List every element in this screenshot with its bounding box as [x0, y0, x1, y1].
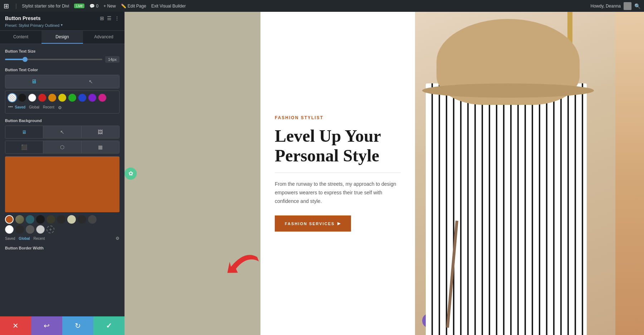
swatch-labels-row: Saved Global Recent ⚙: [5, 236, 119, 241]
comments-item[interactable]: 💬 0: [89, 4, 99, 9]
bottom-bar: ✕ ↩ ↻ ✓: [0, 316, 125, 335]
cancel-icon: ✕: [13, 321, 19, 330]
save-button[interactable]: ✓: [93, 316, 125, 335]
wp-logo-item[interactable]: ⊞: [4, 2, 10, 10]
bg-swatch-gear-icon[interactable]: ⚙: [116, 236, 119, 241]
more-icon[interactable]: ⋮: [114, 15, 119, 21]
swatch-black[interactable]: [18, 94, 26, 102]
swatch-row2: [5, 215, 119, 224]
text-color-swatches-section: ••• Saved Global Recent ⚙: [5, 91, 119, 113]
far-right-bg: [615, 12, 644, 335]
text-size-slider-track[interactable]: [5, 59, 102, 60]
swatch-sm-olive[interactable]: [15, 215, 24, 224]
bg-gradient-btn[interactable]: ⬡: [43, 141, 81, 153]
swatch-yellow[interactable]: [58, 94, 66, 102]
swatch-blue[interactable]: [78, 94, 86, 102]
divi-float-button[interactable]: ✿: [125, 168, 137, 180]
grid-icon[interactable]: ⊞: [100, 15, 104, 21]
tab-advanced[interactable]: Advanced: [83, 31, 125, 44]
text-color-preview-right[interactable]: ↖: [62, 75, 119, 88]
bg-fill-icon: ⬛: [21, 144, 27, 150]
exit-builder-label: Exit Visual Builder: [151, 4, 186, 9]
text-size-label: Button Text Size: [5, 49, 119, 53]
bg-image-icon: 🖼: [98, 129, 103, 135]
bg-image-btn[interactable]: 🖼: [82, 126, 119, 138]
swatch-orange[interactable]: [48, 94, 56, 102]
swatch-pink-red[interactable]: [98, 94, 106, 102]
panel-title: Button Presets: [5, 15, 41, 21]
tab-content[interactable]: Content: [0, 31, 42, 44]
panel-header: Button Presets ⊞ ☰ ⋮ Preset: Stylist Pri…: [0, 12, 125, 31]
bg-swatch-tab-global[interactable]: Global: [19, 237, 30, 241]
bg-label: Button Background: [5, 118, 119, 123]
swatch-sm-white[interactable]: [5, 225, 14, 234]
right-panel: ✿ FASHION STYLIST Level Up Your Personal…: [125, 12, 644, 335]
fashion-photo: [415, 12, 615, 335]
swatch-sm-gray[interactable]: [88, 215, 97, 224]
hero-subtitle: FASHION STYLIST: [275, 115, 401, 120]
swatch-add-btn[interactable]: +: [47, 225, 54, 233]
edit-page-item[interactable]: ✏️ Edit Page: [121, 4, 146, 9]
bg-pattern-btn[interactable]: ▦: [82, 141, 119, 153]
swatch-green[interactable]: [68, 94, 76, 102]
avatar: [624, 2, 631, 10]
search-icon[interactable]: 🔍: [634, 3, 640, 9]
swatch-sm-medium[interactable]: [26, 225, 34, 234]
swatch-tab-saved[interactable]: Saved: [15, 105, 25, 110]
text-color-preview-left[interactable]: 🖥: [5, 75, 62, 88]
bg-gradient-icon: ⬡: [60, 144, 64, 150]
swatch-sm-dark2[interactable]: [78, 215, 86, 224]
website-content: FASHION STYLIST Level Up Your Personal S…: [125, 12, 644, 335]
hero-cta-button[interactable]: FASHION SERVICES ▶: [275, 215, 351, 232]
more-swatches-icon[interactable]: •••: [8, 105, 13, 110]
swatch-white[interactable]: [28, 94, 36, 102]
exit-builder-item[interactable]: Exit Visual Builder: [151, 4, 186, 9]
swatch-sm-dark-olive[interactable]: [47, 215, 55, 224]
preset-arrow-icon: ▾: [61, 23, 63, 27]
swatch-sm-brown[interactable]: [5, 215, 14, 224]
hero-body: From the runway to the streets, my appro…: [275, 180, 401, 205]
columns-icon[interactable]: ☰: [107, 15, 112, 21]
swatch-sm-tan[interactable]: [67, 215, 76, 224]
swatch-tab-global[interactable]: Global: [29, 105, 39, 110]
new-item[interactable]: + New: [103, 4, 116, 9]
bg-type-row: 🖥 ↖ 🖼: [5, 126, 119, 139]
panel-tabs: Content Design Advanced: [0, 31, 125, 44]
slider-value[interactable]: 14px: [105, 56, 119, 63]
slider-thumb[interactable]: [23, 57, 28, 62]
slider-fill: [5, 59, 24, 60]
hero-button-label: FASHION SERVICES: [285, 222, 335, 226]
text-color-preview-row: 🖥 ↖: [5, 75, 119, 88]
bg-subtype-row: ⬛ ⬡ ▦: [5, 141, 119, 154]
swatch-tab-recent[interactable]: Recent: [43, 105, 54, 110]
swatch-transparent[interactable]: [8, 94, 16, 102]
text-color-section: Button Text Color 🖥 ↖: [5, 68, 119, 113]
top-bar-separator: |: [15, 3, 17, 9]
swatch-red[interactable]: [38, 94, 46, 102]
swatch-sm-black[interactable]: [36, 215, 45, 224]
edit-icon: ✏️: [121, 4, 126, 9]
undo-icon: ↩: [44, 321, 50, 330]
swatch-sm-darkgray[interactable]: [57, 215, 65, 224]
swatch-sm-teal[interactable]: [26, 215, 34, 224]
color-display-box[interactable]: [5, 156, 119, 212]
undo-button[interactable]: ↩: [31, 316, 62, 335]
site-name-item[interactable]: Stylist starter site for Divi: [22, 4, 69, 9]
redo-button[interactable]: ↻: [62, 316, 93, 335]
divi-float-icon: ✿: [128, 170, 133, 177]
swatch-gear-icon[interactable]: ⚙: [58, 105, 62, 110]
bg-swatch-tab-recent[interactable]: Recent: [33, 237, 45, 241]
bg-swatch-tab-saved[interactable]: Saved: [5, 237, 15, 241]
panel-header-icons: ⊞ ☰ ⋮: [100, 15, 119, 21]
swatch-sm-dark3[interactable]: [15, 225, 24, 234]
swatch-sm-light[interactable]: [36, 225, 45, 234]
hero-card: FASHION STYLIST Level Up Your Personal S…: [275, 115, 401, 232]
top-bar: ⊞ | Stylist starter site for Divi Live 💬…: [0, 0, 644, 12]
bg-hover-btn[interactable]: ↖: [43, 126, 81, 138]
text-size-slider-row: 14px: [5, 56, 119, 63]
bg-fill-btn[interactable]: ⬛: [5, 141, 43, 153]
tab-design[interactable]: Design: [42, 31, 83, 44]
cancel-button[interactable]: ✕: [0, 316, 31, 335]
bg-monitor-btn[interactable]: 🖥: [5, 126, 43, 138]
swatch-purple[interactable]: [88, 94, 96, 102]
